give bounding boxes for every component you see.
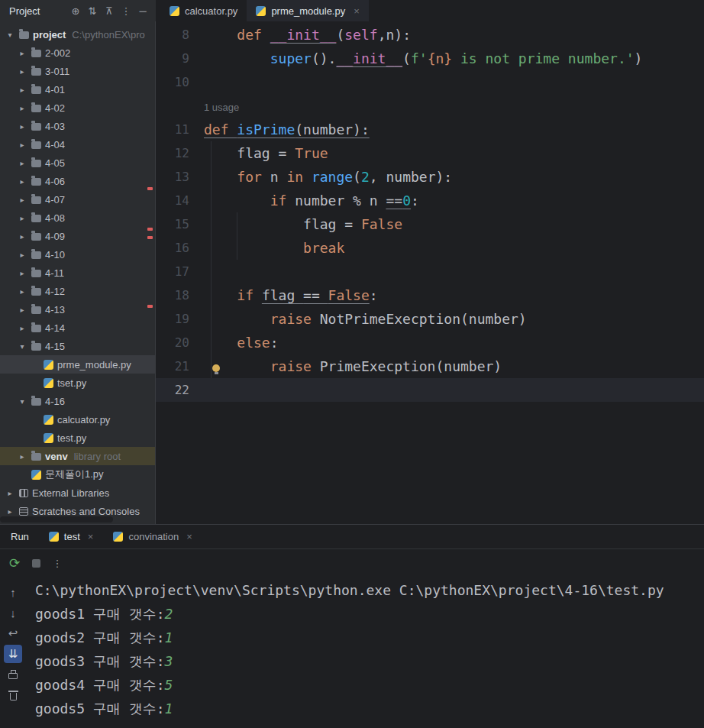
tree-item-project[interactable]: ▾projectC:\pythonEX\pro bbox=[0, 25, 155, 44]
tree-item-4-12[interactable]: ▸4-12 bbox=[0, 282, 155, 300]
close-icon[interactable]: × bbox=[354, 5, 360, 17]
console[interactable]: C:\pythonEX\project\venv\Scripts\python.… bbox=[26, 577, 704, 728]
chevron-right-icon[interactable]: ▸ bbox=[17, 141, 27, 149]
chevron-right-icon[interactable]: ▸ bbox=[17, 196, 27, 204]
code-text[interactable]: if number % n ==0: bbox=[202, 193, 419, 209]
run-tab-test[interactable]: test× bbox=[49, 531, 94, 542]
code-text[interactable]: raise NotPrimeExecption(number) bbox=[202, 311, 527, 327]
line-number[interactable]: 18 bbox=[156, 288, 202, 303]
tree-item-4-02[interactable]: ▸4-02 bbox=[0, 99, 155, 117]
tree-item-4-16[interactable]: ▾4-16 bbox=[0, 392, 155, 410]
code-text[interactable]: if flag == False: bbox=[202, 287, 378, 303]
code-text[interactable]: else: bbox=[202, 335, 279, 351]
code-text[interactable]: break bbox=[202, 240, 344, 256]
chevron-right-icon[interactable]: ▸ bbox=[17, 287, 27, 296]
chevron-right-icon[interactable]: ▸ bbox=[17, 159, 27, 167]
line-number[interactable]: 11 bbox=[156, 122, 202, 137]
code-text[interactable]: def __init__(self,n): bbox=[202, 27, 411, 43]
tree-item-test-py[interactable]: test.py bbox=[0, 429, 155, 447]
line-number[interactable]: 16 bbox=[156, 241, 202, 255]
down-icon[interactable]: ↓ bbox=[4, 603, 22, 622]
editor-tab-calcuator-py[interactable]: calcuator.py bbox=[160, 0, 247, 21]
scroll-to-end-icon[interactable]: ⇊ bbox=[4, 645, 22, 663]
tree-item-4-06[interactable]: ▸4-06 bbox=[0, 172, 155, 190]
chevron-right-icon[interactable]: ▸ bbox=[17, 306, 27, 314]
usage-hint[interactable]: 1 usage bbox=[204, 102, 239, 113]
chevron-right-icon[interactable]: ▸ bbox=[17, 452, 27, 461]
line-number[interactable]: 13 bbox=[156, 170, 202, 184]
chevron-right-icon[interactable]: ▸ bbox=[17, 251, 27, 259]
tree-item-external-libraries[interactable]: ▸External Libraries bbox=[0, 484, 155, 502]
up-icon[interactable]: ↑ bbox=[4, 583, 22, 601]
collapse-all-icon[interactable]: ⊼ bbox=[101, 2, 118, 19]
tree-item-calcuator-py[interactable]: calcuator.py bbox=[0, 410, 155, 429]
editor-tab-prme-module-py[interactable]: prme_module.py× bbox=[247, 0, 368, 21]
line-number[interactable]: 17 bbox=[156, 264, 202, 279]
print-icon[interactable] bbox=[4, 665, 22, 684]
line-number[interactable]: 20 bbox=[156, 335, 202, 350]
code-text[interactable]: 1 usage bbox=[202, 98, 239, 114]
chevron-right-icon[interactable]: ▸ bbox=[5, 507, 15, 516]
editor[interactable]: 8 def __init__(self,n):9 super().__init_… bbox=[156, 21, 704, 524]
code-text[interactable]: flag = False bbox=[202, 216, 402, 232]
chevron-right-icon[interactable]: ▸ bbox=[17, 49, 27, 57]
chevron-right-icon[interactable]: ▸ bbox=[17, 86, 27, 94]
line-number[interactable]: 21 bbox=[156, 359, 202, 374]
run-tab-convination[interactable]: convination× bbox=[113, 531, 192, 542]
intention-bulb-icon[interactable] bbox=[212, 364, 220, 372]
chevron-right-icon[interactable]: ▸ bbox=[17, 104, 27, 112]
line-number[interactable]: 22 bbox=[156, 383, 202, 397]
code-text[interactable]: def isPrime(number): bbox=[202, 121, 370, 138]
sort-icon[interactable]: ⇅ bbox=[84, 2, 101, 19]
chevron-right-icon[interactable]: ▸ bbox=[17, 122, 27, 131]
tree-item-4-04[interactable]: ▸4-04 bbox=[0, 135, 155, 154]
chevron-down-icon[interactable]: ▾ bbox=[17, 397, 27, 406]
tree-item-4-09[interactable]: ▸4-09 bbox=[0, 227, 155, 245]
chevron-down-icon[interactable]: ▾ bbox=[17, 342, 27, 351]
more-options-icon[interactable]: ⋮ bbox=[49, 555, 66, 571]
tree-item-prme-module-py[interactable]: prme_module.py bbox=[0, 355, 155, 374]
code-text[interactable]: for n in range(2, number): bbox=[202, 169, 452, 185]
tree-item-4-05[interactable]: ▸4-05 bbox=[0, 154, 155, 172]
more-options-icon[interactable]: ⋮ bbox=[118, 2, 134, 19]
stop-icon[interactable] bbox=[27, 555, 44, 571]
code-text[interactable]: raise PrimeExecption(number) bbox=[202, 358, 502, 374]
tree-item-4-10[interactable]: ▸4-10 bbox=[0, 245, 155, 264]
rerun-icon[interactable]: ⟳ bbox=[6, 555, 23, 571]
tree-item-tset-py[interactable]: tset.py bbox=[0, 374, 155, 392]
tree-item-4-07[interactable]: ▸4-07 bbox=[0, 190, 155, 209]
line-number[interactable]: 19 bbox=[156, 312, 202, 326]
chevron-right-icon[interactable]: ▸ bbox=[17, 232, 27, 241]
tree-item-4-01[interactable]: ▸4-01 bbox=[0, 80, 155, 99]
tree-item-4-15[interactable]: ▾4-15 bbox=[0, 337, 155, 355]
tree-item-4-11[interactable]: ▸4-11 bbox=[0, 264, 155, 282]
soft-wrap-icon[interactable]: ↩ bbox=[4, 624, 22, 642]
line-number[interactable]: 14 bbox=[156, 193, 202, 208]
chevron-right-icon[interactable]: ▸ bbox=[17, 324, 27, 332]
chevron-right-icon[interactable]: ▸ bbox=[17, 214, 27, 222]
line-number[interactable]: 8 bbox=[156, 28, 202, 42]
select-opened-file-icon[interactable]: ⊕ bbox=[67, 2, 84, 19]
tree-item-1-py[interactable]: 문제풀이1.py bbox=[0, 465, 155, 484]
tree-item-3-011[interactable]: ▸3-011 bbox=[0, 62, 155, 80]
chevron-right-icon[interactable]: ▸ bbox=[17, 269, 27, 277]
line-number[interactable]: 10 bbox=[156, 75, 202, 89]
hide-panel-icon[interactable]: ─ bbox=[134, 2, 151, 19]
chevron-right-icon[interactable]: ▸ bbox=[17, 67, 27, 76]
tree-item-4-03[interactable]: ▸4-03 bbox=[0, 117, 155, 135]
chevron-right-icon[interactable]: ▸ bbox=[5, 489, 15, 497]
code-text[interactable]: super().__init__(f'{n} is not prime numb… bbox=[202, 50, 642, 66]
tree-item-venv[interactable]: ▸venvlibrary root bbox=[0, 447, 155, 465]
close-icon[interactable]: × bbox=[186, 531, 192, 542]
clear-icon[interactable] bbox=[4, 686, 22, 704]
horizontal-scrollbar[interactable] bbox=[0, 516, 113, 523]
line-number[interactable]: 12 bbox=[156, 146, 202, 160]
chevron-down-icon[interactable]: ▾ bbox=[5, 31, 15, 39]
line-number[interactable]: 9 bbox=[156, 51, 202, 66]
code-text[interactable]: flag = True bbox=[202, 145, 328, 161]
tree-item-4-08[interactable]: ▸4-08 bbox=[0, 209, 155, 227]
line-number[interactable]: 15 bbox=[156, 217, 202, 231]
tree-item-4-13[interactable]: ▸4-13 bbox=[0, 300, 155, 319]
tree-item-2-002[interactable]: ▸2-002 bbox=[0, 44, 155, 62]
chevron-right-icon[interactable]: ▸ bbox=[17, 177, 27, 186]
